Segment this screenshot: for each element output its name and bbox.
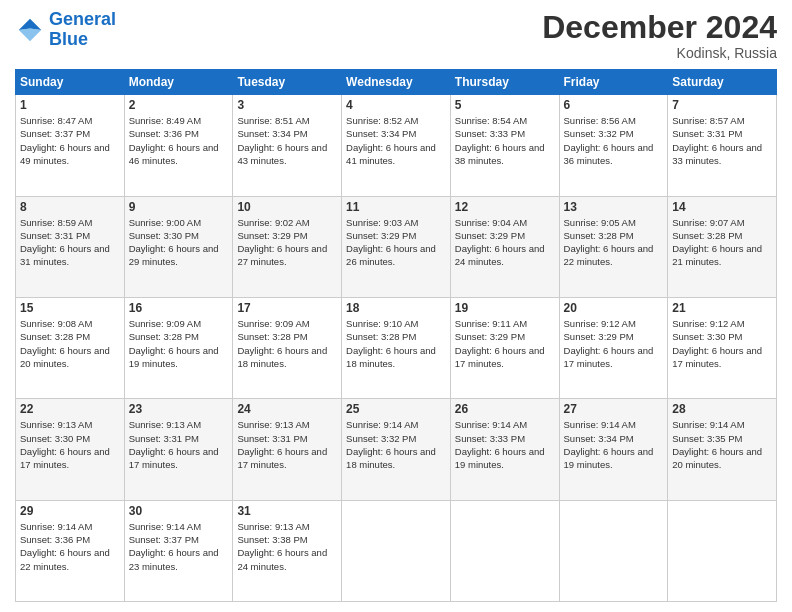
day-detail: Sunrise: 9:13 AMSunset: 3:31 PMDaylight:… xyxy=(129,418,229,471)
table-row: 28Sunrise: 9:14 AMSunset: 3:35 PMDayligh… xyxy=(668,399,777,500)
table-row: 8Sunrise: 8:59 AMSunset: 3:31 PMDaylight… xyxy=(16,196,125,297)
table-row: 2Sunrise: 8:49 AMSunset: 3:36 PMDaylight… xyxy=(124,95,233,196)
day-number: 27 xyxy=(564,402,664,416)
table-row: 21Sunrise: 9:12 AMSunset: 3:30 PMDayligh… xyxy=(668,297,777,398)
day-number: 21 xyxy=(672,301,772,315)
day-number: 18 xyxy=(346,301,446,315)
location: Kodinsk, Russia xyxy=(542,45,777,61)
day-detail: Sunrise: 9:12 AMSunset: 3:30 PMDaylight:… xyxy=(672,317,772,370)
table-row: 30Sunrise: 9:14 AMSunset: 3:37 PMDayligh… xyxy=(124,500,233,601)
table-row xyxy=(342,500,451,601)
day-detail: Sunrise: 9:13 AMSunset: 3:38 PMDaylight:… xyxy=(237,520,337,573)
logo: General Blue xyxy=(15,10,116,50)
calendar-week-row: 22Sunrise: 9:13 AMSunset: 3:30 PMDayligh… xyxy=(16,399,777,500)
day-number: 4 xyxy=(346,98,446,112)
day-detail: Sunrise: 8:52 AMSunset: 3:34 PMDaylight:… xyxy=(346,114,446,167)
day-detail: Sunrise: 9:14 AMSunset: 3:37 PMDaylight:… xyxy=(129,520,229,573)
day-number: 14 xyxy=(672,200,772,214)
table-row: 19Sunrise: 9:11 AMSunset: 3:29 PMDayligh… xyxy=(450,297,559,398)
day-number: 24 xyxy=(237,402,337,416)
day-number: 22 xyxy=(20,402,120,416)
logo-text: General Blue xyxy=(49,10,116,50)
day-detail: Sunrise: 9:08 AMSunset: 3:28 PMDaylight:… xyxy=(20,317,120,370)
day-detail: Sunrise: 9:09 AMSunset: 3:28 PMDaylight:… xyxy=(129,317,229,370)
day-number: 29 xyxy=(20,504,120,518)
day-number: 19 xyxy=(455,301,555,315)
table-row: 9Sunrise: 9:00 AMSunset: 3:30 PMDaylight… xyxy=(124,196,233,297)
table-row: 11Sunrise: 9:03 AMSunset: 3:29 PMDayligh… xyxy=(342,196,451,297)
calendar-week-row: 29Sunrise: 9:14 AMSunset: 3:36 PMDayligh… xyxy=(16,500,777,601)
day-number: 6 xyxy=(564,98,664,112)
day-detail: Sunrise: 9:14 AMSunset: 3:36 PMDaylight:… xyxy=(20,520,120,573)
day-detail: Sunrise: 8:47 AMSunset: 3:37 PMDaylight:… xyxy=(20,114,120,167)
calendar-week-row: 15Sunrise: 9:08 AMSunset: 3:28 PMDayligh… xyxy=(16,297,777,398)
day-number: 17 xyxy=(237,301,337,315)
col-wednesday: Wednesday xyxy=(342,70,451,95)
table-row: 6Sunrise: 8:56 AMSunset: 3:32 PMDaylight… xyxy=(559,95,668,196)
day-detail: Sunrise: 8:57 AMSunset: 3:31 PMDaylight:… xyxy=(672,114,772,167)
table-row: 14Sunrise: 9:07 AMSunset: 3:28 PMDayligh… xyxy=(668,196,777,297)
day-number: 26 xyxy=(455,402,555,416)
day-number: 10 xyxy=(237,200,337,214)
table-row: 7Sunrise: 8:57 AMSunset: 3:31 PMDaylight… xyxy=(668,95,777,196)
day-detail: Sunrise: 9:00 AMSunset: 3:30 PMDaylight:… xyxy=(129,216,229,269)
table-row: 24Sunrise: 9:13 AMSunset: 3:31 PMDayligh… xyxy=(233,399,342,500)
day-number: 13 xyxy=(564,200,664,214)
table-row: 17Sunrise: 9:09 AMSunset: 3:28 PMDayligh… xyxy=(233,297,342,398)
day-detail: Sunrise: 9:10 AMSunset: 3:28 PMDaylight:… xyxy=(346,317,446,370)
table-row: 20Sunrise: 9:12 AMSunset: 3:29 PMDayligh… xyxy=(559,297,668,398)
table-row: 22Sunrise: 9:13 AMSunset: 3:30 PMDayligh… xyxy=(16,399,125,500)
day-detail: Sunrise: 9:14 AMSunset: 3:33 PMDaylight:… xyxy=(455,418,555,471)
day-number: 15 xyxy=(20,301,120,315)
col-thursday: Thursday xyxy=(450,70,559,95)
day-detail: Sunrise: 8:59 AMSunset: 3:31 PMDaylight:… xyxy=(20,216,120,269)
table-row: 18Sunrise: 9:10 AMSunset: 3:28 PMDayligh… xyxy=(342,297,451,398)
table-row: 31Sunrise: 9:13 AMSunset: 3:38 PMDayligh… xyxy=(233,500,342,601)
day-number: 28 xyxy=(672,402,772,416)
table-row: 15Sunrise: 9:08 AMSunset: 3:28 PMDayligh… xyxy=(16,297,125,398)
table-row: 3Sunrise: 8:51 AMSunset: 3:34 PMDaylight… xyxy=(233,95,342,196)
day-number: 11 xyxy=(346,200,446,214)
day-detail: Sunrise: 9:13 AMSunset: 3:31 PMDaylight:… xyxy=(237,418,337,471)
logo-icon xyxy=(15,15,45,45)
table-row: 16Sunrise: 9:09 AMSunset: 3:28 PMDayligh… xyxy=(124,297,233,398)
day-detail: Sunrise: 8:51 AMSunset: 3:34 PMDaylight:… xyxy=(237,114,337,167)
table-row xyxy=(668,500,777,601)
col-monday: Monday xyxy=(124,70,233,95)
day-detail: Sunrise: 8:56 AMSunset: 3:32 PMDaylight:… xyxy=(564,114,664,167)
table-row: 25Sunrise: 9:14 AMSunset: 3:32 PMDayligh… xyxy=(342,399,451,500)
day-number: 16 xyxy=(129,301,229,315)
table-row xyxy=(559,500,668,601)
calendar-week-row: 1Sunrise: 8:47 AMSunset: 3:37 PMDaylight… xyxy=(16,95,777,196)
day-detail: Sunrise: 9:14 AMSunset: 3:34 PMDaylight:… xyxy=(564,418,664,471)
day-number: 12 xyxy=(455,200,555,214)
day-number: 7 xyxy=(672,98,772,112)
day-number: 31 xyxy=(237,504,337,518)
svg-marker-0 xyxy=(19,19,42,30)
day-number: 20 xyxy=(564,301,664,315)
table-row: 13Sunrise: 9:05 AMSunset: 3:28 PMDayligh… xyxy=(559,196,668,297)
table-row: 1Sunrise: 8:47 AMSunset: 3:37 PMDaylight… xyxy=(16,95,125,196)
day-detail: Sunrise: 9:07 AMSunset: 3:28 PMDaylight:… xyxy=(672,216,772,269)
day-detail: Sunrise: 9:02 AMSunset: 3:29 PMDaylight:… xyxy=(237,216,337,269)
day-number: 25 xyxy=(346,402,446,416)
day-number: 5 xyxy=(455,98,555,112)
col-tuesday: Tuesday xyxy=(233,70,342,95)
header: General Blue December 2024 Kodinsk, Russ… xyxy=(15,10,777,61)
day-detail: Sunrise: 9:11 AMSunset: 3:29 PMDaylight:… xyxy=(455,317,555,370)
day-detail: Sunrise: 9:12 AMSunset: 3:29 PMDaylight:… xyxy=(564,317,664,370)
day-detail: Sunrise: 9:04 AMSunset: 3:29 PMDaylight:… xyxy=(455,216,555,269)
page: General Blue December 2024 Kodinsk, Russ… xyxy=(0,0,792,612)
table-row: 4Sunrise: 8:52 AMSunset: 3:34 PMDaylight… xyxy=(342,95,451,196)
calendar-week-row: 8Sunrise: 8:59 AMSunset: 3:31 PMDaylight… xyxy=(16,196,777,297)
day-number: 30 xyxy=(129,504,229,518)
day-detail: Sunrise: 9:05 AMSunset: 3:28 PMDaylight:… xyxy=(564,216,664,269)
table-row xyxy=(450,500,559,601)
day-number: 23 xyxy=(129,402,229,416)
table-row: 29Sunrise: 9:14 AMSunset: 3:36 PMDayligh… xyxy=(16,500,125,601)
day-number: 3 xyxy=(237,98,337,112)
col-friday: Friday xyxy=(559,70,668,95)
day-detail: Sunrise: 9:09 AMSunset: 3:28 PMDaylight:… xyxy=(237,317,337,370)
day-number: 2 xyxy=(129,98,229,112)
day-detail: Sunrise: 9:03 AMSunset: 3:29 PMDaylight:… xyxy=(346,216,446,269)
